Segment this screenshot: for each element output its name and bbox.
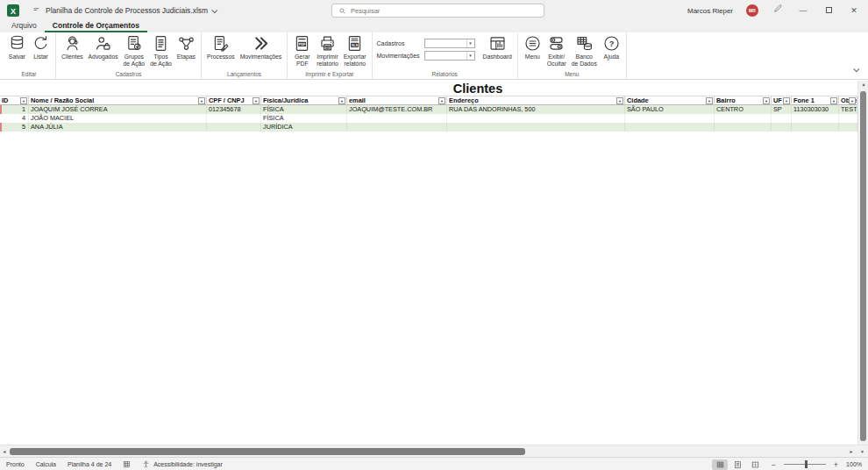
- ribbon-button-grupos-de-acao[interactable]: Gruposde Ação: [121, 33, 148, 68]
- table-row[interactable]: 1JOAQUIM JOSÉ CORREA012345678FÍSICAJOAQU…: [0, 105, 857, 114]
- excel-app-icon[interactable]: X: [7, 4, 19, 17]
- scroll-down-arrow-icon[interactable]: ▼: [857, 445, 867, 458]
- ribbon-button-menu[interactable]: Menu: [521, 33, 544, 61]
- zoom-in-button[interactable]: +: [834, 460, 838, 469]
- status-calculate[interactable]: Calcula: [36, 461, 56, 467]
- column-header-label: ID: [2, 96, 8, 104]
- ribbon-button-salvar[interactable]: Salvar: [5, 33, 29, 61]
- ribbon-group-body: ProcessosMovimentações: [204, 33, 284, 69]
- filter-button[interactable]: ▼: [783, 97, 790, 104]
- ribbon-button-label: Etapas: [177, 53, 196, 61]
- ribbon-group-label: Editar: [5, 69, 53, 79]
- filter-button[interactable]: ▼: [830, 97, 837, 104]
- filter-button[interactable]: ▼: [338, 97, 345, 104]
- excel-window: X Planilha de Controle de Processos Judi…: [0, 0, 868, 470]
- report-fields: Cadastros▼Movimentações▼: [375, 33, 480, 61]
- ribbon-button-label: Movimentações: [240, 53, 282, 61]
- help-icon: [602, 34, 621, 53]
- table-cell: 5: [0, 123, 29, 132]
- table-cell: 1130303030: [792, 105, 839, 114]
- user-name[interactable]: Marcos Rieper: [687, 7, 733, 15]
- table-row[interactable]: 5ANA JÚLIAJURÍDICA: [0, 123, 857, 132]
- ribbon-group-label: Menu: [521, 69, 623, 79]
- zoom-slider-thumb[interactable]: [805, 460, 808, 468]
- doc-lines-icon: [152, 34, 170, 53]
- ribbon-button-banco-de-dados[interactable]: Bancode Dados: [569, 33, 600, 68]
- ribbon-group-label: Cadastros: [59, 69, 198, 79]
- ribbon-group-relatorios: Cadastros▼Movimentações▼DashboardRelatór…: [373, 32, 518, 79]
- filter-button[interactable]: ▼: [438, 97, 445, 104]
- table-row[interactable]: 4JOÃO MACIELFÍSICA: [0, 114, 857, 123]
- ribbon-button-dashboard[interactable]: Dashboard: [480, 33, 515, 61]
- ribbon-button-etapas[interactable]: Etapas: [174, 33, 198, 61]
- tab-arquivo[interactable]: Arquivo: [4, 21, 45, 32]
- view-shortcuts: [712, 459, 763, 470]
- ribbon-button-ajuda[interactable]: Ajuda: [600, 33, 623, 61]
- filter-button[interactable]: ▼: [253, 97, 260, 104]
- table-cell: [772, 114, 792, 123]
- zoom-slider[interactable]: [784, 464, 826, 465]
- filter-button[interactable]: ▼: [706, 97, 713, 104]
- horizontal-scrollbar-thumb[interactable]: [10, 448, 525, 455]
- ribbon-button-advogados[interactable]: Advogados: [86, 33, 121, 61]
- ribbon-button-movimentacoes[interactable]: Movimentações: [238, 33, 285, 61]
- accessibility-status[interactable]: Acessibilidade: investigar: [142, 460, 223, 468]
- ribbon-button-imprimir-relatorio[interactable]: Imprimirrelatório: [314, 33, 341, 68]
- ribbon-button-processos[interactable]: Processos: [204, 33, 238, 61]
- vertical-scrollbar[interactable]: ▲: [857, 81, 868, 445]
- ribbon-button-label: Advogados: [89, 53, 118, 61]
- minimize-button[interactable]: —: [797, 0, 809, 21]
- flow-icon: [177, 34, 196, 53]
- column-header-label: CPF / CNPJ: [209, 96, 245, 104]
- ribbon-button-label: Tiposde Ação: [150, 53, 172, 68]
- scroll-up-arrow-icon[interactable]: ▲: [858, 82, 868, 87]
- normal-view-button[interactable]: [712, 459, 728, 470]
- ribbon-button-exportar-relatorio[interactable]: Exportarrelatório: [341, 33, 369, 68]
- ribbon-button-label: Exportarrelatório: [344, 53, 366, 68]
- combo-cadastros[interactable]: ▼: [424, 39, 475, 48]
- scroll-right-arrow-icon[interactable]: ►: [847, 445, 856, 458]
- ribbon-button-exibir-ocultar[interactable]: Exibir/Ocultar: [544, 33, 569, 68]
- pdf-icon: [293, 34, 311, 53]
- column-header-label: UF: [773, 96, 782, 104]
- filter-button[interactable]: ▼: [616, 97, 623, 104]
- report-field: Movimentações▼: [377, 51, 475, 61]
- horizontal-scrollbar[interactable]: ◄ ► ▼: [0, 445, 868, 457]
- doc-badge-icon: [125, 34, 143, 53]
- page-layout-view-button[interactable]: [729, 459, 745, 470]
- search-input[interactable]: [351, 7, 509, 15]
- filter-button[interactable]: ▼: [849, 97, 856, 104]
- table-cell: CENTRO: [715, 105, 772, 114]
- scroll-left-arrow-icon[interactable]: ◄: [0, 445, 9, 458]
- quick-access-toolbar-icon[interactable]: [32, 6, 40, 14]
- column-header-label: Bairro: [716, 96, 736, 104]
- ribbon-button-listar[interactable]: Listar: [29, 33, 53, 61]
- ribbon-button-tipos-de-acao[interactable]: Tiposde Ação: [147, 33, 174, 68]
- ribbon-group-label: Lançamentos: [204, 69, 284, 79]
- avatar[interactable]: MR: [746, 4, 758, 17]
- document-title[interactable]: Planilha de Controle de Processos Judici…: [46, 0, 217, 21]
- close-button[interactable]: ✕: [848, 0, 860, 21]
- ribbon-button-gerar-pdf[interactable]: GerarPDF: [290, 33, 314, 68]
- tab-controle-de-orcamentos[interactable]: Controle de Orçamentos: [45, 21, 147, 32]
- zoom-level[interactable]: 100%: [846, 461, 862, 467]
- page-break-view-button[interactable]: [747, 459, 763, 470]
- maximize-button[interactable]: [822, 0, 835, 21]
- combo-movimentacoes[interactable]: ▼: [424, 51, 475, 61]
- vertical-scrollbar-thumb[interactable]: [860, 91, 866, 441]
- accessibility-label: Acessibilidade: investigar: [153, 461, 223, 467]
- zoom-out-button[interactable]: −: [771, 460, 775, 469]
- table-cell: [772, 123, 792, 132]
- ribbon-button-clientes[interactable]: Clientes: [59, 33, 86, 61]
- filter-button[interactable]: ▼: [20, 97, 27, 104]
- search-box[interactable]: [331, 4, 544, 18]
- ribbon-button-label: Imprimirrelatório: [317, 53, 338, 68]
- table-cell: [447, 114, 625, 123]
- ink-pen-icon[interactable]: [772, 0, 784, 21]
- filter-button[interactable]: ▼: [763, 97, 770, 104]
- worksheet-area[interactable]: Clientes ID▼Nome / Razão Social▼CPF / CN…: [0, 81, 857, 445]
- table-cell: JOAQUIM@TESTE.COM.BR: [347, 105, 447, 114]
- filter-button[interactable]: ▼: [198, 97, 205, 104]
- macro-record-icon[interactable]: [123, 460, 131, 468]
- table-cell: SÃO PAULO: [625, 105, 715, 114]
